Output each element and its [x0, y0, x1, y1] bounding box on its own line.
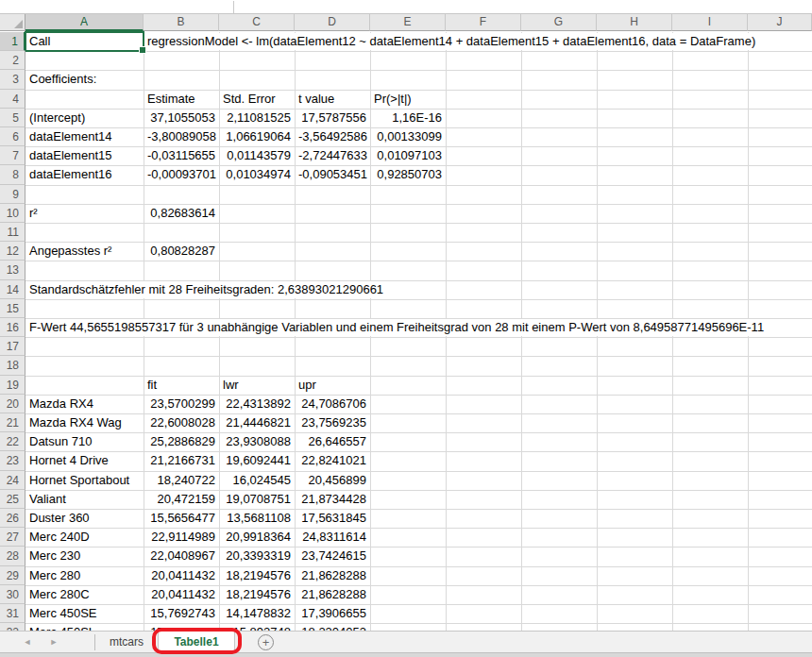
cell-B7[interactable]: -0,03115655 — [144, 146, 219, 165]
cell-D20[interactable]: 24,7086706 — [295, 395, 370, 413]
sheet-nav-left-icon[interactable]: ◄ — [21, 632, 34, 653]
cell-E7[interactable]: 0,01097103 — [370, 146, 446, 165]
cell-D8[interactable]: -0,09053451 — [295, 165, 370, 184]
cell-D24[interactable]: 20,456899 — [295, 471, 370, 490]
row-header-30[interactable]: 30 — [0, 585, 25, 604]
cell-A16-overflow[interactable]: F-Wert 44,5655198557317 für 3 unabhängig… — [26, 319, 764, 336]
cell-A31[interactable]: Merc 450SE — [25, 604, 144, 623]
cell-C22[interactable]: 23,9308088 — [219, 432, 295, 451]
cell-B31[interactable]: 15,7692743 — [144, 604, 219, 623]
cell-D19[interactable]: upr — [295, 376, 370, 395]
cell-C8[interactable]: 0,01034974 — [219, 165, 295, 184]
row-header-11[interactable]: 11 — [0, 223, 25, 242]
cell-A14-overflow[interactable]: Standardschätzfehler mit 28 Freiheitsgra… — [26, 281, 383, 298]
cell-A8[interactable]: dataElement16 — [25, 165, 144, 184]
cell-A24[interactable]: Hornet Sportabout — [25, 471, 144, 490]
row-header-18[interactable]: 18 — [0, 356, 25, 375]
column-header-G[interactable]: G — [521, 13, 597, 31]
row-header-14[interactable]: 14 — [0, 280, 25, 299]
cell-D30[interactable]: 21,8628288 — [295, 585, 370, 604]
row-header-15[interactable]: 15 — [0, 299, 25, 318]
cell-D4[interactable]: t value — [295, 90, 370, 109]
row-header-31[interactable]: 31 — [0, 604, 25, 623]
cell-C4[interactable]: Std. Error — [219, 90, 295, 109]
cell-D27[interactable]: 24,8311614 — [295, 528, 370, 547]
row-header-13[interactable]: 13 — [0, 261, 25, 279]
cell-B28[interactable]: 22,0408967 — [144, 547, 219, 565]
cell-A30[interactable]: Merc 280C — [25, 585, 144, 604]
cell-C28[interactable]: 20,3393319 — [219, 547, 295, 565]
row-header-20[interactable]: 20 — [0, 395, 25, 413]
cell-A26[interactable]: Duster 360 — [25, 509, 144, 528]
cell-A21[interactable]: Mazda RX4 Wag — [25, 413, 144, 432]
cell-B21[interactable]: 22,6008028 — [144, 413, 219, 432]
cell-B1-overflow[interactable]: regressionModel <- lm(dataElement12 ~ da… — [144, 33, 755, 50]
row-header-3[interactable]: 3 — [0, 70, 25, 89]
cell-B22[interactable]: 25,2886829 — [144, 432, 219, 451]
cell-C27[interactable]: 20,9918364 — [219, 528, 295, 547]
cell-C7[interactable]: 0,01143579 — [219, 146, 295, 165]
row-header-28[interactable]: 28 — [0, 547, 25, 565]
column-header-B[interactable]: B — [144, 13, 219, 31]
cell-E6[interactable]: 0,00133099 — [370, 127, 446, 146]
cell-D26[interactable]: 17,5631845 — [295, 509, 370, 528]
cell-C26[interactable]: 13,5681108 — [219, 509, 295, 528]
cell-B6[interactable]: -3,80089058 — [144, 127, 219, 146]
cell-A27[interactable]: Merc 240D — [25, 528, 144, 547]
column-header-D[interactable]: D — [295, 13, 370, 31]
cell-D5[interactable]: 17,5787556 — [295, 109, 370, 127]
sheet-tab-mtcars[interactable]: mtcars — [98, 632, 155, 653]
row-header-29[interactable]: 29 — [0, 566, 25, 585]
cell-A25[interactable]: Valiant — [25, 490, 144, 509]
cell-A7[interactable]: dataElement15 — [25, 146, 144, 165]
cell-B12[interactable]: 0,80828287 — [144, 242, 219, 261]
cell-B4[interactable]: Estimate — [144, 90, 219, 109]
cell-B5[interactable]: 37,1055053 — [144, 109, 219, 127]
row-header-27[interactable]: 27 — [0, 528, 25, 547]
column-header-I[interactable]: I — [672, 13, 748, 31]
cell-D23[interactable]: 22,8241021 — [295, 451, 370, 470]
column-header-C[interactable]: C — [219, 13, 295, 31]
cell-A23[interactable]: Hornet 4 Drive — [25, 451, 144, 470]
row-header-7[interactable]: 7 — [0, 146, 25, 165]
cell-B29[interactable]: 20,0411432 — [144, 566, 219, 585]
cell-C23[interactable]: 19,6092441 — [219, 451, 295, 470]
cell-B23[interactable]: 21,2166731 — [144, 451, 219, 470]
row-header-8[interactable]: 8 — [0, 165, 25, 184]
cell-C20[interactable]: 22,4313892 — [219, 395, 295, 413]
cell-B20[interactable]: 23,5700299 — [144, 395, 219, 413]
row-header-23[interactable]: 23 — [0, 451, 25, 470]
row-header-2[interactable]: 2 — [0, 51, 25, 70]
cell-B30[interactable]: 20,0411432 — [144, 585, 219, 604]
cell-D31[interactable]: 17,3906655 — [295, 604, 370, 623]
row-header-26[interactable]: 26 — [0, 509, 25, 528]
column-header-H[interactable]: H — [597, 13, 672, 31]
row-header-9[interactable]: 9 — [0, 185, 25, 204]
cell-D6[interactable]: -3,56492586 — [295, 127, 370, 146]
cell-A5[interactable]: (Intercept) — [25, 109, 144, 127]
cell-B19[interactable]: fit — [144, 376, 219, 395]
row-header-24[interactable]: 24 — [0, 471, 25, 490]
select-all-corner[interactable] — [0, 13, 25, 31]
cell-A12[interactable]: Angepasstes r² — [25, 242, 144, 261]
row-header-6[interactable]: 6 — [0, 127, 25, 146]
column-header-F[interactable]: F — [446, 13, 521, 31]
row-header-25[interactable]: 25 — [0, 490, 25, 509]
add-sheet-button[interactable]: + — [258, 634, 274, 650]
cell-B8[interactable]: -0,00093701 — [144, 165, 219, 184]
cell-D7[interactable]: -2,72447633 — [295, 146, 370, 165]
cell-B25[interactable]: 20,472159 — [144, 490, 219, 509]
row-header-16[interactable]: 16 — [0, 318, 25, 337]
cell-B24[interactable]: 18,240722 — [144, 471, 219, 490]
cell-A22[interactable]: Datsun 710 — [25, 432, 144, 451]
cell-D21[interactable]: 23,7569235 — [295, 413, 370, 432]
cell-C30[interactable]: 18,2194576 — [219, 585, 295, 604]
cell-B27[interactable]: 22,9114989 — [144, 528, 219, 547]
cell-D22[interactable]: 26,646557 — [295, 432, 370, 451]
column-header-E[interactable]: E — [370, 13, 446, 31]
cell-B10[interactable]: 0,82683614 — [144, 204, 219, 223]
cell-C19[interactable]: lwr — [219, 376, 295, 395]
cell-C29[interactable]: 18,2194576 — [219, 566, 295, 585]
cell-E4[interactable]: Pr(>|t|) — [370, 90, 446, 109]
sheet-nav-right-icon[interactable]: ► — [47, 632, 60, 653]
